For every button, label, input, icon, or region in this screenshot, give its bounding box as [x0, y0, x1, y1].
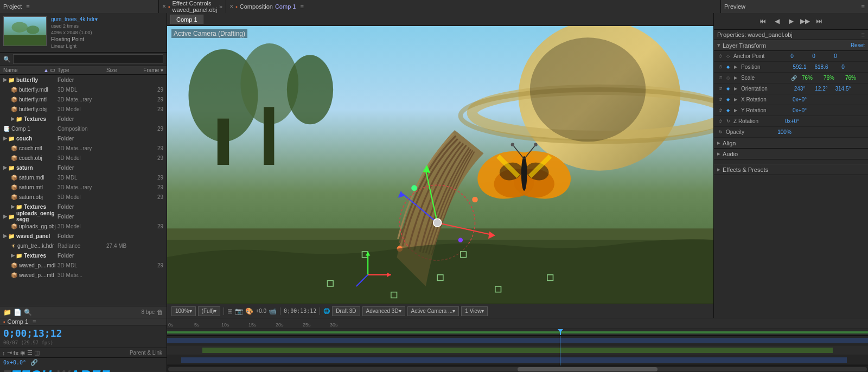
arrow-icon-ori[interactable]: ▶: [732, 86, 739, 92]
stopwatch-icon-pos[interactable]: ⏱: [717, 64, 724, 70]
anchor-y[interactable]: 0: [804, 53, 824, 59]
cycle-icon-zrot[interactable]: ↻: [725, 118, 731, 125]
pos-x[interactable]: 592.1: [790, 64, 809, 70]
comp-viewport[interactable]: Active Camera (Drafting): [167, 26, 713, 304]
tl-tool-fx[interactable]: fx: [14, 350, 19, 356]
list-item[interactable]: 📦 saturn.obj 3D Model 29: [0, 192, 167, 202]
trash-icon[interactable]: 🗑: [157, 309, 163, 316]
col-name-header[interactable]: Name: [3, 67, 43, 73]
timeline-scrollbar[interactable]: [168, 367, 867, 371]
view-btn[interactable]: 1 View ▾: [461, 306, 488, 316]
align-section[interactable]: ▸ Align: [714, 138, 868, 149]
arrow-icon-pos[interactable]: ▶: [732, 64, 739, 70]
tl-tool-3[interactable]: ◉: [20, 349, 25, 356]
list-item[interactable]: 📑 Comp 1 Composition 29: [0, 124, 167, 133]
stopwatch-icon-zrot[interactable]: ⏱: [717, 118, 724, 125]
diamond-icon-anchor[interactable]: ◇: [725, 53, 731, 60]
effects-presets-section[interactable]: ▸ Effects & Presets: [714, 164, 868, 175]
camera-btn[interactable]: Active Camera ... ▾: [407, 306, 459, 316]
asset-name[interactable]: gum_trees_4k.hdr▾: [51, 16, 98, 22]
diamond-icon-yrot[interactable]: ◆: [725, 107, 731, 114]
diamond-icon-ori[interactable]: ◆: [725, 86, 731, 92]
list-item[interactable]: ▶ 📁 couch Folder: [0, 133, 167, 143]
list-item[interactable]: 📦 butterfly.mtl 3D Mate...rary 29: [0, 94, 167, 104]
diamond-icon-pos[interactable]: ◆: [725, 64, 731, 70]
skip-fwd-btn[interactable]: ⏭: [813, 15, 825, 27]
list-item[interactable]: ▶ 📁 uploads_oenig segg Folder: [0, 211, 167, 221]
scale-y[interactable]: 76%: [819, 75, 839, 81]
list-item[interactable]: 📦 saturn.mdl 3D MDL 29: [0, 172, 167, 182]
grid-icon[interactable]: ⊞: [227, 307, 233, 315]
z-rot[interactable]: 0x+0°: [782, 118, 802, 124]
list-item[interactable]: ▶ 📁 Textures Folder: [0, 251, 167, 260]
project-menu-icon[interactable]: ≡: [26, 3, 29, 10]
list-item[interactable]: 📦 couch.mtl 3D Mate...rary 29: [0, 143, 167, 153]
ori-x[interactable]: 243°: [790, 86, 809, 92]
list-item[interactable]: ▶ 📁 saturn Folder: [0, 163, 167, 172]
x-rot[interactable]: 0x+0°: [790, 97, 809, 102]
skip-back-btn[interactable]: ⏮: [757, 15, 769, 27]
tl-tool-5[interactable]: ◫: [34, 349, 40, 356]
stopwatch-icon-yrot[interactable]: ⏱: [717, 107, 724, 114]
arrow-icon-yrot[interactable]: ▶: [732, 107, 739, 114]
list-item[interactable]: ▶ 📁 waved_panel Folder: [0, 231, 167, 241]
close-icon-comp[interactable]: ×: [229, 3, 233, 10]
stopwatch-icon-anchor[interactable]: ⏱: [717, 53, 724, 60]
reset-btn[interactable]: Reset: [851, 42, 865, 48]
list-item[interactable]: 📦 couch.obj 3D Model 29: [0, 153, 167, 163]
new-comp-icon[interactable]: 📄: [14, 309, 22, 316]
list-item[interactable]: 📦 saturn.mtl 3D Mate...rary 29: [0, 182, 167, 192]
arrow-icon-xrot[interactable]: ▶: [732, 97, 739, 103]
list-item[interactable]: ☀ gum_tre...k.hdr Radiance 27.4 MB: [0, 241, 167, 251]
tl-tool-2[interactable]: ⇥: [7, 349, 12, 356]
ori-z[interactable]: 314.5°: [833, 86, 853, 92]
chain-icon-scale[interactable]: 🔗: [790, 74, 797, 82]
list-item[interactable]: ▶ 📁 butterfly Folder: [0, 75, 167, 85]
audio-section[interactable]: ▸ Audio: [714, 149, 868, 159]
list-item[interactable]: 📦 butterfly.mdl 3D MDL 29: [0, 85, 167, 94]
scale-z[interactable]: 76%: [841, 75, 860, 81]
expand-icon[interactable]: »: [219, 3, 222, 10]
diamond-icon-scale[interactable]: ◇: [725, 75, 731, 81]
list-item[interactable]: 📦 waved_p....mdl 3D MDL 29: [0, 260, 167, 270]
pos-z[interactable]: 0: [833, 64, 853, 70]
ori-y[interactable]: 12.2°: [812, 86, 831, 92]
back-btn[interactable]: ◀: [771, 15, 783, 27]
pos-y[interactable]: 618.6: [812, 64, 831, 70]
color-icon[interactable]: 🎨: [245, 307, 253, 315]
stopwatch-icon-scale[interactable]: ⏱: [717, 75, 724, 81]
preview-menu-icon[interactable]: ≡: [861, 3, 865, 10]
col-size-header[interactable]: Size: [106, 67, 139, 73]
exposure-icon[interactable]: +0.0: [256, 308, 266, 314]
playhead-marker[interactable]: [560, 329, 561, 335]
comp-menu-icon-header[interactable]: ≡: [300, 3, 303, 10]
transform-section-header[interactable]: ▾ Layer Transform Reset: [714, 40, 868, 51]
tl-tool-4[interactable]: ☰: [27, 349, 33, 356]
close-icon[interactable]: ×: [162, 3, 166, 10]
props-menu-icon[interactable]: ≡: [861, 31, 865, 38]
tl-tool-1[interactable]: ↕: [2, 350, 5, 356]
opacity-val[interactable]: 100%: [775, 129, 794, 135]
snapshot-icon[interactable]: 📷: [235, 307, 243, 315]
scale-x[interactable]: 76%: [797, 75, 817, 81]
col-frame-header[interactable]: Frame ▾: [139, 67, 163, 73]
quality-select[interactable]: (Full) ▾: [198, 306, 221, 316]
zoom-select[interactable]: 100% ▾: [171, 306, 196, 316]
cycle-icon-opacity[interactable]: ↻: [717, 129, 724, 136]
list-item[interactable]: 📦 waved_p....mtl 3D Mate...: [0, 270, 167, 280]
diamond-icon-xrot[interactable]: ◆: [725, 97, 731, 103]
search-input[interactable]: [13, 54, 163, 64]
list-item[interactable]: 📦 butterfly.obj 3D Model 29: [0, 104, 167, 114]
work-area-bar[interactable]: [167, 331, 868, 333]
camera-icon[interactable]: 📹: [269, 307, 277, 315]
comp-tab-comp1[interactable]: Comp 1: [170, 15, 203, 24]
anchor-z[interactable]: 0: [826, 53, 845, 59]
anchor-x[interactable]: 0: [782, 53, 802, 59]
tl-menu-icon[interactable]: ≡: [33, 318, 36, 325]
renderer-btn[interactable]: Draft 3D: [332, 306, 360, 316]
new-folder-icon[interactable]: 📁: [3, 309, 11, 316]
forward-btn[interactable]: ▶▶: [799, 15, 811, 27]
stopwatch-icon-ori[interactable]: ⏱: [717, 86, 724, 92]
renderer-mode-btn[interactable]: Advanced 3D ▾: [362, 306, 405, 316]
search-project-icon[interactable]: 🔍: [24, 309, 32, 316]
